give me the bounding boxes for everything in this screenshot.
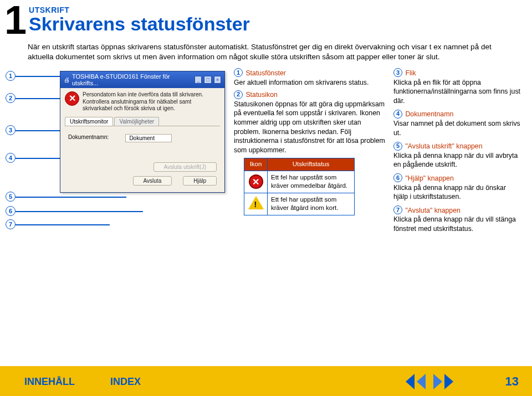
- item-6-heading: "Hjälp" knappen: [405, 174, 453, 182]
- callout-5: 5: [6, 192, 16, 202]
- callout-2: 2: [6, 93, 16, 103]
- table-row: Ett fel har uppstått som kräver åtgärd i…: [244, 193, 355, 215]
- explain-item-5: 5 "Avsluta utskrift" knappen Klicka på d…: [393, 142, 521, 169]
- page-number: 13: [505, 374, 519, 389]
- printer-icon: 🖨: [64, 76, 70, 83]
- page-body: 1 UTSKRIFT Skrivarens statusfönster När …: [0, 0, 532, 366]
- item-6-body: Klicka på denna knapp när du önskar hjäl…: [393, 183, 521, 202]
- cancel-print-button[interactable]: Avsluta utskrift(J): [154, 162, 217, 172]
- circled-3: 3: [393, 68, 402, 77]
- item-2-body: Statusikonen öppnas för att göra dig upp…: [234, 100, 386, 155]
- table-head-status: Utskriftstatus: [268, 158, 355, 171]
- item-3-heading: Flik: [405, 69, 416, 77]
- leader-line: [16, 224, 110, 225]
- item-3-body: Klicka på en flik för att öppna funktion…: [393, 78, 521, 106]
- page-nav: [406, 374, 453, 389]
- close-icon[interactable]: ×: [214, 76, 221, 84]
- prev-page-icon[interactable]: [406, 374, 415, 389]
- section-number: 1: [2, 4, 29, 37]
- item-4-body: Visar namnet på det dokument som skrivs …: [393, 119, 521, 137]
- leader-line: [16, 197, 126, 198]
- document-name-label: Dokumentnamn:: [68, 134, 109, 142]
- dialog-message-text: Persondatorn kan inte överföra data till…: [83, 91, 220, 112]
- error-icon: ✕: [249, 174, 263, 189]
- table-head-icon: Ikon: [244, 158, 268, 171]
- table-row-1-text: Ett fel har uppstått som kräver ommedelb…: [268, 171, 355, 193]
- callout-3: 3: [6, 125, 16, 135]
- circled-5: 5: [393, 142, 402, 151]
- explain-item-7: 7 "Avsluta" knappen Klicka på denna knap…: [393, 206, 521, 234]
- dialog-title-text: TOSHIBA e-STUDIO161 Fönster för utskrift…: [72, 73, 190, 86]
- next-page-icon[interactable]: [433, 374, 442, 389]
- table-row: ✕ Ett fel har uppstått som kräver ommede…: [244, 171, 355, 193]
- callout-7: 7: [6, 219, 16, 229]
- warning-icon: [248, 196, 264, 209]
- index-link[interactable]: INDEX: [110, 376, 141, 388]
- page-footer: INNEHÅLL INDEX 13: [0, 366, 532, 396]
- circled-1: 1: [234, 68, 243, 77]
- icon-status-table: Ikon Utskriftstatus ✕ Ett fel har uppstå…: [244, 158, 355, 215]
- diagram-area: 1 2 3 4 5 6 7 🖨 TOSHIBA e-STUDIO161 Föns…: [4, 69, 226, 238]
- help-button[interactable]: Hjälp: [183, 176, 217, 186]
- circled-4: 4: [393, 110, 402, 119]
- circled-7: 7: [393, 205, 402, 214]
- content-columns: 1 2 3 4 5 6 7 🖨 TOSHIBA e-STUDIO161 Föns…: [0, 66, 532, 238]
- item-5-heading: "Avsluta utskrift" knappen: [405, 142, 482, 150]
- right-column: 3 Flik Klicka på en flik för att öppna f…: [393, 69, 521, 238]
- dialog-message-row: ✕ Persondatorn kan inte överföra data ti…: [65, 91, 220, 112]
- header-row: 1 UTSKRIFT Skrivarens statusfönster: [0, 0, 532, 37]
- circled-2: 2: [234, 90, 243, 99]
- explain-item-4: 4 Dokumentnamn Visar namnet på det dokum…: [393, 110, 521, 137]
- contents-link[interactable]: INNEHÅLL: [24, 376, 75, 388]
- next-page-icon[interactable]: [444, 374, 453, 389]
- leader-line: [16, 211, 143, 212]
- page-title: Skrivarens statusfönster: [29, 13, 250, 35]
- minimize-icon[interactable]: _: [195, 76, 202, 84]
- callout-6: 6: [6, 206, 16, 216]
- callout-4: 4: [6, 153, 16, 163]
- explain-item-1: 1 Statusfönster Ger aktuell information …: [234, 69, 386, 87]
- item-1-body: Ger aktuell information om skrivarens st…: [234, 78, 386, 88]
- maximize-icon[interactable]: □: [204, 76, 211, 84]
- item-5-body: Klicka på denna knapp när du vill avbryt…: [393, 151, 521, 169]
- item-2-heading: Statusikon: [245, 91, 277, 99]
- prev-page-icon[interactable]: [417, 374, 426, 389]
- dialog-tabs: Utskriftsmonitor Valmöjligheter: [65, 117, 220, 126]
- item-1-heading: Statusfönster: [245, 69, 285, 77]
- explain-item-6: 6 "Hjälp" knappen Klicka på denna knapp …: [393, 174, 521, 202]
- item-7-heading: "Avsluta" knappen: [405, 207, 460, 214]
- dialog-titlebar: 🖨 TOSHIBA e-STUDIO161 Fönster för utskri…: [60, 71, 224, 88]
- tab-print-monitor[interactable]: Utskriftsmonitor: [65, 117, 113, 126]
- tab-options[interactable]: Valmöjligheter: [114, 117, 159, 126]
- explain-item-2: 2 Statusikon Statusikonen öppnas för att…: [234, 90, 386, 155]
- item-4-heading: Dokumentnamn: [405, 110, 453, 118]
- close-button[interactable]: Avsluta: [133, 176, 172, 186]
- printer-status-dialog: 🖨 TOSHIBA e-STUDIO161 Fönster för utskri…: [60, 71, 225, 193]
- leader-line: [16, 98, 66, 99]
- middle-column: 1 Statusfönster Ger aktuell information …: [234, 69, 386, 238]
- document-name-value: Dokument: [125, 134, 172, 142]
- leader-line: [16, 76, 63, 77]
- intro-paragraph: När en utskrift startas öppnas skrivaren…: [0, 37, 515, 66]
- explain-item-3: 3 Flik Klicka på en flik för att öppna f…: [393, 69, 521, 105]
- circled-6: 6: [393, 173, 402, 182]
- callout-1: 1: [6, 71, 16, 81]
- error-icon: ✕: [65, 91, 79, 106]
- item-7-body: Klicka på denna knapp när du vill stänga…: [393, 215, 521, 233]
- document-name-row: Dokumentnamn: Dokument: [65, 126, 220, 148]
- table-row-2-text: Ett fel har uppstått som kräver åtgärd i…: [268, 193, 355, 215]
